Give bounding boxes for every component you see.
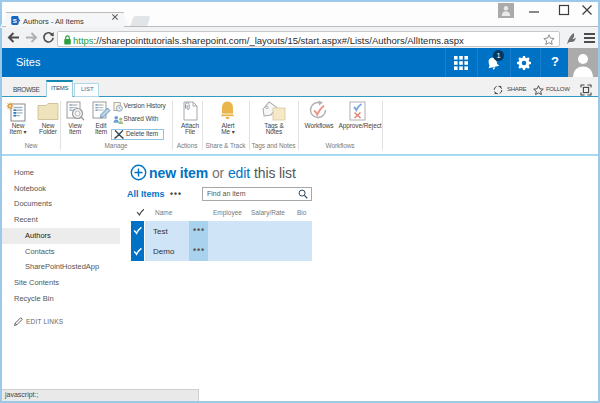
svg-text:S: S bbox=[13, 17, 17, 24]
